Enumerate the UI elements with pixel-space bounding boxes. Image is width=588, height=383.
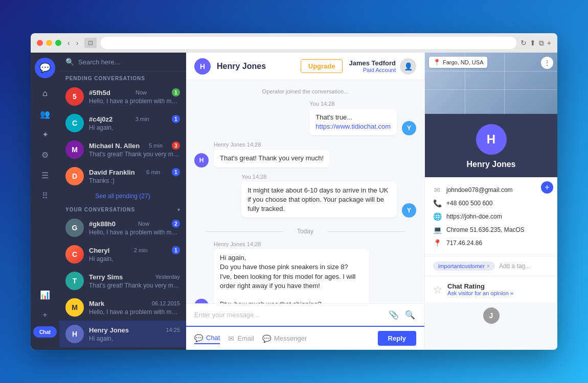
forward-button[interactable]: › — [74, 38, 81, 48]
conv-preview: Hello, I have a problem with my wid... — [89, 229, 180, 236]
message-header: Henry Jones 14:28 — [214, 141, 330, 148]
conv-item-cheryl[interactable]: C Cheryl 2 min 1 Hi again, — [59, 241, 186, 268]
chat-icon-button[interactable]: 💬 — [35, 58, 55, 78]
map-section: 📍 Fargo, ND, USA ⋮ — [425, 53, 557, 114]
message-avatar: H — [194, 153, 209, 167]
conv-info: #gk88h0 Now 2 Hello, I have a problem wi… — [89, 220, 180, 236]
conv-info: Terry Sims Yesterday That's great! Thank… — [89, 273, 180, 289]
contact-row-browser: 💻 Chrome 51.636.235, MacOS — [433, 223, 549, 236]
conv-item-mark[interactable]: M Mark 06.12.2015 Hello, I have a proble… — [59, 294, 186, 321]
contact-email: johndoe078@gmail.com — [446, 186, 513, 194]
tab-email[interactable]: ✉ Email — [228, 333, 254, 344]
app-container: 💬 ⌂ 👥 ✦ ⚙ ☰ ⠿ — [31, 53, 557, 350]
add-tag-link[interactable]: Add a tag... — [499, 262, 530, 270]
conv-time: 14:25 — [166, 327, 180, 333]
conv-item-terry[interactable]: T Terry Sims Yesterday That's great! Tha… — [59, 268, 186, 294]
profile-info: James Tedford Paid Account — [349, 59, 396, 73]
back-button[interactable]: ‹ — [65, 38, 72, 48]
sidebar-item-users[interactable]: 👥 — [36, 105, 54, 123]
refresh-button[interactable]: ↻ — [521, 39, 527, 47]
conv-item-c4j0z2[interactable]: C #c4j0z2 3 min 1 Hi again, — [59, 110, 186, 136]
sidebar-item-filters[interactable]: ☰ — [36, 166, 54, 184]
home-icon: ⌂ — [42, 89, 48, 98]
message-content: You 14:28 That's true... https://www.tid… — [309, 101, 397, 135]
avatar: H — [65, 325, 84, 343]
maximize-dot[interactable] — [55, 40, 61, 46]
chat-header: H Henry Jones Upgrade James Tedford Paid… — [186, 53, 424, 80]
email-icon: ✉ — [433, 186, 441, 194]
plus-icon: + — [42, 310, 47, 320]
see-all-pending-link[interactable]: See all pending (27) — [59, 189, 186, 203]
your-section-label: YOUR CONVERSATIONS — [65, 207, 135, 212]
message-link[interactable]: https://www.tidiochat.com — [315, 123, 391, 130]
unread-badge: 1 — [172, 168, 180, 176]
chart-icon: 📊 — [40, 290, 50, 300]
conv-item-dean[interactable]: D Dean 10:55 — [59, 347, 186, 350]
sidebar-item-apps[interactable]: ⠿ — [36, 186, 54, 205]
conv-item-gk88h0[interactable]: G #gk88h0 Now 2 Hello, I have a problem … — [59, 214, 186, 241]
message-group: Y You 14:28 It might take about 6-10 day… — [194, 174, 416, 218]
message-bubble: It might take about 6-10 days to arrive … — [241, 182, 397, 218]
section-toggle[interactable]: ▾ — [177, 207, 180, 212]
attachment-button[interactable]: 📎 — [388, 309, 400, 321]
conv-preview: Thanks :) — [89, 177, 180, 184]
tab-messenger[interactable]: 💬 Messenger — [262, 333, 307, 344]
search-input[interactable] — [78, 58, 180, 66]
chat-label-button[interactable]: Chat — [33, 326, 57, 338]
conv-item-michael[interactable]: M Michael N. Allen 5 min 3 That's great!… — [59, 136, 186, 163]
sidebar-item-home[interactable]: ⌂ — [36, 84, 54, 103]
sidebar-item-add[interactable]: + — [36, 306, 54, 324]
star-icon: ☆ — [433, 283, 442, 296]
avatar: C — [65, 245, 84, 264]
conv-name: Mark — [89, 300, 104, 307]
rating-link[interactable]: Ask visitor for an opinion » — [447, 290, 513, 296]
conv-item-5fh5d[interactable]: 5 #5fh5d Now 1 Hello, I have a problem w… — [59, 83, 186, 110]
conv-item-david[interactable]: D David Franklin 6 min 1 Thanks :) — [59, 163, 186, 189]
chat-rating-section: ☆ Chat Rating Ask visitor for an opinion… — [425, 276, 557, 302]
contact-row-website: 🌐 https://john-doe.com — [433, 210, 549, 223]
close-dot[interactable] — [37, 40, 43, 46]
chat-icon: 💬 — [39, 62, 51, 74]
phone-icon: 📞 — [433, 199, 441, 207]
rating-subtitle[interactable]: Ask visitor for an opinion » — [447, 290, 513, 296]
wand-icon: ✦ — [42, 130, 49, 139]
reply-button[interactable]: Reply — [378, 331, 416, 346]
message-content: Henry Jones 14:28 Hi again, Do you have … — [214, 241, 369, 303]
settings-icon: ⚙ — [41, 150, 49, 160]
sidebar-item-analytics[interactable]: 📊 — [36, 285, 54, 304]
tab-chat[interactable]: 💬 Chat — [194, 333, 220, 344]
message-bubble: That's great! Thank you very much! — [214, 150, 330, 167]
contact-row-ip: 📍 717.46.24.86 — [433, 236, 549, 250]
chat-header-avatar: H — [194, 58, 211, 75]
share-button[interactable]: ⬆ — [530, 39, 536, 47]
address-bar[interactable] — [101, 37, 516, 49]
new-window-button[interactable]: ⧉ — [539, 39, 544, 47]
sidebar-item-settings[interactable]: ⚙ — [36, 146, 54, 164]
conv-item-henry[interactable]: H Henry Jones 14:25 Hi again, — [59, 321, 186, 347]
upgrade-button[interactable]: Upgrade — [301, 59, 343, 73]
map-more-button[interactable]: ⋮ — [541, 57, 553, 69]
conv-info: Cheryl 2 min 1 Hi again, — [89, 246, 180, 262]
avatar: M — [65, 298, 84, 317]
avatar: 5 — [65, 87, 84, 106]
search-message-button[interactable]: 🔍 — [404, 309, 416, 321]
rating-info: Chat Rating Ask visitor for an opinion » — [447, 282, 513, 296]
minimize-dot[interactable] — [46, 40, 52, 46]
unread-badge: 2 — [172, 220, 180, 228]
chat-tabs: 💬 Chat ✉ Email 💬 Messenger Reply — [186, 327, 424, 350]
sidebar-item-automation[interactable]: ✦ — [36, 125, 54, 143]
your-conversations-header: YOUR CONVERSATIONS ▾ — [59, 203, 186, 214]
add-detail-button[interactable]: + — [541, 181, 553, 194]
sliders-icon: ☰ — [41, 171, 49, 180]
tag-remove-button[interactable]: × — [487, 264, 490, 269]
message-group: Y You 14:28 That's true... https://www.t… — [194, 101, 416, 135]
conv-name: #5fh5d — [89, 89, 110, 97]
messenger-tab-label: Messenger — [274, 334, 307, 342]
profile-avatar[interactable]: 👤 — [400, 58, 416, 75]
conv-time: Now — [138, 221, 149, 227]
tag-important: importantcustomer × — [433, 261, 495, 271]
conv-time: Now — [135, 89, 147, 95]
message-input[interactable] — [194, 311, 383, 319]
new-tab-button[interactable]: ⊡ — [84, 38, 97, 48]
add-tab-button[interactable]: + — [547, 39, 551, 47]
